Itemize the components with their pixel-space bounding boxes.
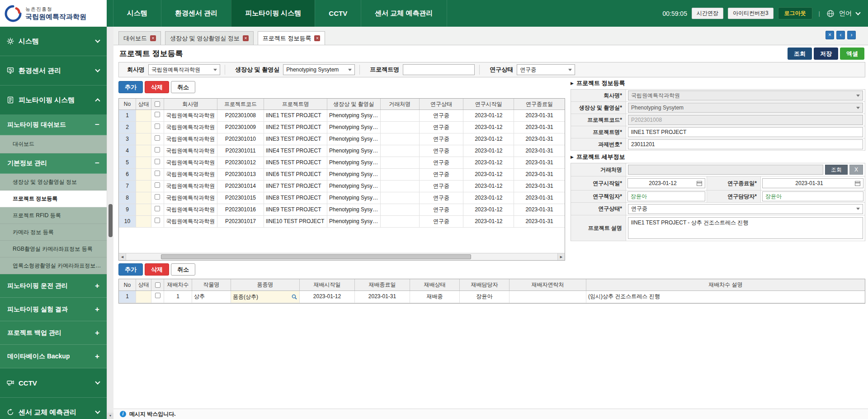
row-checkbox[interactable]: [155, 293, 160, 298]
account-button[interactable]: 아이티컨버전3: [728, 8, 774, 19]
add-button[interactable]: 추가: [118, 263, 143, 276]
extend-time-button[interactable]: 시간연장: [692, 8, 723, 19]
delete-button[interactable]: 삭제: [145, 263, 169, 276]
chamber-filter-select[interactable]: Phenotyping Sysytem: [283, 64, 355, 75]
minus-icon[interactable]: −: [95, 159, 99, 168]
row-checkbox[interactable]: [155, 159, 160, 164]
description-textarea[interactable]: lINE1 TEST PROJECT - 상추 건조스트레스 진행: [628, 217, 863, 239]
cancel-button[interactable]: 취소: [171, 81, 195, 93]
sidebar-item-cctv[interactable]: CCTV: [0, 368, 107, 398]
brand[interactable]: 농촌진흥청 국립원예특작과학원: [0, 0, 107, 27]
excel-button[interactable]: 엑셀: [840, 48, 864, 60]
project-row[interactable]: 8 국립원예특작과학원 P202301015 lINE8 TEST PROJEC…: [119, 192, 565, 204]
task-number-input[interactable]: 23011201: [628, 139, 863, 149]
calendar-icon[interactable]: [855, 181, 860, 186]
select-all-checkbox[interactable]: [155, 101, 160, 107]
sidebar-item-camera-info[interactable]: 카메라 정보 등록: [0, 224, 107, 241]
project-row[interactable]: 5 국립원예특작과학원 P202301012 lINE5 TEST PROJEC…: [119, 157, 565, 169]
plus-icon[interactable]: +: [95, 305, 99, 314]
project-row[interactable]: 1 국립원예특작과학원 P202301008 lINE1 TEST PROJEC…: [119, 110, 565, 122]
tab-chamber-info[interactable]: 생장상 및 영상촬영실 정보 ×: [165, 31, 254, 45]
menu-system[interactable]: 시스템: [113, 0, 161, 27]
tab-project-registration[interactable]: 프로젝트 정보등록 ×: [258, 31, 326, 45]
row-checkbox[interactable]: [155, 206, 160, 211]
calendar-icon[interactable]: [697, 181, 702, 186]
tab-close-icon[interactable]: ×: [243, 35, 249, 41]
sidebar-item-env-sensor[interactable]: 환경센서 관리: [0, 56, 107, 86]
tab-close-icon[interactable]: ×: [150, 35, 156, 41]
add-button[interactable]: 추가: [118, 81, 143, 93]
sidebar-item-chamber-info[interactable]: 생장상 및 영상촬영실 정보: [0, 174, 107, 190]
project-row[interactable]: 2 국립원예특작과학원 P202301009 lINE2 TEST PROJEC…: [119, 122, 565, 133]
tab-close-icon[interactable]: ×: [314, 35, 320, 41]
select-all-checkbox[interactable]: [155, 282, 160, 288]
plus-icon[interactable]: +: [95, 352, 99, 361]
sidebar-item-system[interactable]: 시스템: [0, 27, 107, 56]
scroll-down-arrow[interactable]: ▼: [107, 413, 113, 419]
sidebar-item-project-rfid[interactable]: 프로젝트 RFID 등록: [0, 207, 107, 224]
sidebar-section-database-backup[interactable]: 데이타베이스 Backup +: [0, 345, 107, 368]
close-all-tabs-button[interactable]: ×: [826, 31, 834, 39]
sidebar-item-project-registration[interactable]: 프로젝트 정보등록: [0, 190, 107, 207]
row-checkbox[interactable]: [155, 147, 160, 152]
sidebar-section-experiment-results[interactable]: 피노타이핑 실험 결과 +: [0, 298, 107, 321]
menu-phenotyping-system[interactable]: 피노타이핑 시스템: [231, 0, 315, 27]
minus-icon[interactable]: −: [95, 120, 99, 129]
scroll-right-arrow[interactable]: ▶: [557, 253, 565, 260]
logout-button[interactable]: 로그아웃: [778, 7, 812, 19]
client-search-button[interactable]: 조회: [825, 165, 848, 175]
project-row[interactable]: 9 국립원예특작과학원 P202301016 lINE9 TEST PROJEC…: [119, 204, 565, 216]
sidebar-item-rgb-camera-coords[interactable]: RGB촬영실 카메라좌표정보 등록: [0, 241, 107, 257]
project-row[interactable]: 6 국립원예특작과학원 P202301013 lINE6 TEST PROJEC…: [119, 169, 565, 181]
scrollbar-thumb[interactable]: [161, 254, 471, 259]
cancel-button[interactable]: 취소: [171, 263, 195, 276]
status-filter-select[interactable]: 연구중: [517, 64, 575, 75]
sidebar-item-dashboard[interactable]: 대쉬보드: [0, 135, 107, 153]
row-checkbox[interactable]: [155, 135, 160, 141]
row-checkbox[interactable]: [155, 182, 160, 188]
globe-icon[interactable]: [826, 10, 835, 18]
sidebar-item-sensor-replace[interactable]: 센서 교체 예측관리: [0, 398, 107, 419]
plus-icon[interactable]: +: [95, 329, 99, 338]
row-checkbox[interactable]: [155, 218, 160, 223]
menu-sensor-replace[interactable]: 센서 교체 예측관리: [361, 0, 447, 27]
manager-input[interactable]: 장윤아: [762, 191, 863, 201]
row-checkbox[interactable]: [155, 194, 160, 200]
search-button[interactable]: 조회: [788, 48, 812, 60]
row-checkbox[interactable]: [155, 112, 160, 117]
cultivation-row[interactable]: 1 1 상추 품종(상추) 2023-01-12: [119, 291, 865, 303]
sidebar-item-phenotyping[interactable]: 피노타이핑 시스템: [0, 86, 107, 115]
client-clear-button[interactable]: X: [849, 165, 863, 175]
menu-cctv[interactable]: CCTV: [315, 0, 361, 27]
row-checkbox[interactable]: [155, 171, 160, 176]
project-row[interactable]: 7 국립원예특작과학원 P202301014 lINE7 TEST PROJEC…: [119, 181, 565, 192]
vertical-scrollbar[interactable]: ▼: [107, 27, 113, 419]
search-icon[interactable]: [291, 294, 297, 300]
project-row[interactable]: 10 국립원예특작과학원 P202301017 lINE10 TEST PROJ…: [119, 216, 565, 228]
status-select[interactable]: 연구중: [628, 204, 863, 214]
scroll-left-arrow[interactable]: ◀: [119, 253, 126, 260]
leader-input[interactable]: 장윤아: [627, 191, 705, 201]
menu-env-sensor[interactable]: 환경센서 관리: [161, 0, 231, 27]
sidebar-section-project-backup[interactable]: 프로젝트 백업 관리 +: [0, 321, 107, 345]
chevron-down-icon[interactable]: [855, 10, 860, 15]
project-row[interactable]: 4 국립원예특작과학원 P202301011 lINE4 TEST PROJEC…: [119, 145, 565, 157]
chamber-select[interactable]: Phenotyping Sysytem: [628, 103, 863, 113]
language-label[interactable]: 언어: [839, 10, 852, 18]
save-button[interactable]: 저장: [814, 48, 838, 60]
horizontal-scrollbar[interactable]: ◀ ▶: [119, 253, 565, 260]
end-date-input[interactable]: 2023-01-31: [762, 178, 863, 188]
tab-dashboard[interactable]: 대쉬보드 ×: [118, 31, 161, 45]
company-select[interactable]: 국립원예특작과학원: [628, 90, 863, 100]
sidebar-item-chlorophyll-camera-coords[interactable]: 엽록소형광촬영실 카메라좌표정보 등록: [0, 257, 107, 274]
row-checkbox[interactable]: [155, 124, 160, 129]
scrollbar-thumb[interactable]: [108, 204, 113, 237]
delete-button[interactable]: 삭제: [145, 81, 169, 93]
sidebar-section-operation[interactable]: 피노타이핑 운전 관리 +: [0, 274, 107, 298]
project-name-input[interactable]: [403, 64, 475, 75]
next-tab-button[interactable]: ›: [847, 31, 856, 39]
start-date-input[interactable]: 2023-01-12: [627, 178, 705, 188]
project-name-field[interactable]: lINE1 TEST PROJECT: [628, 127, 863, 137]
sidebar-section-phenotyping-dashboard[interactable]: 피노타이핑 대쉬보드 −: [0, 115, 107, 135]
plus-icon[interactable]: +: [95, 281, 99, 290]
